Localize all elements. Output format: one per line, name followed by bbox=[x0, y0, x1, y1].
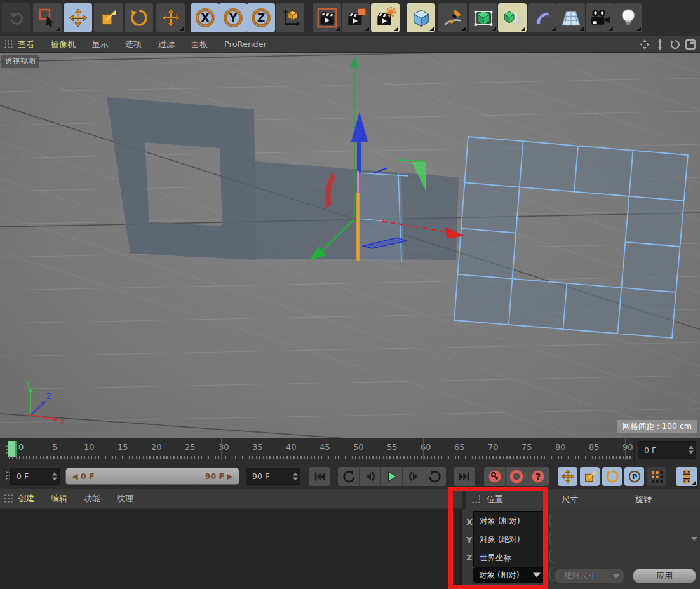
camera-icon[interactable] bbox=[586, 3, 614, 32]
current-frame-marker[interactable] bbox=[8, 441, 17, 457]
gizmo-y-shaft[interactable] bbox=[357, 140, 361, 173]
spinner-icon[interactable] bbox=[689, 446, 694, 454]
previous-frame-button[interactable] bbox=[360, 467, 381, 486]
material-manager-panel[interactable] bbox=[0, 509, 459, 589]
panel-grip-icon[interactable] bbox=[4, 39, 13, 50]
next-frame-button[interactable] bbox=[403, 467, 424, 486]
last-used-tool-move-icon[interactable] bbox=[156, 3, 185, 32]
array-instance-icon[interactable] bbox=[498, 3, 527, 32]
input-field-edge bbox=[549, 550, 555, 563]
coordinate-system-icon[interactable] bbox=[276, 3, 304, 32]
input-field-edge bbox=[549, 514, 555, 527]
view-label[interactable]: 透视视图 bbox=[1, 55, 39, 68]
timeline-ruler[interactable]: 0 5 10 15 20 25 30 35 40 45 50 55 60 65 … bbox=[0, 438, 700, 463]
spline-pen-icon[interactable] bbox=[438, 3, 467, 32]
menu-view[interactable]: 查看 bbox=[18, 39, 34, 50]
maximize-view-icon[interactable] bbox=[685, 39, 696, 50]
menu-prorender[interactable]: ProRender bbox=[224, 39, 267, 49]
render-settings-icon[interactable] bbox=[371, 3, 400, 32]
svg-text:P: P bbox=[631, 473, 636, 481]
live-selection-tool-icon[interactable] bbox=[33, 3, 62, 32]
menu-filter[interactable]: 过滤 bbox=[158, 39, 175, 50]
grid-spacing-label: 网格间距 : 100 cm bbox=[617, 420, 697, 433]
main-toolbar: X Y Z bbox=[0, 0, 700, 36]
render-picture-viewer-icon[interactable] bbox=[342, 3, 370, 32]
go-to-start-button[interactable] bbox=[309, 467, 330, 486]
play-button[interactable] bbox=[381, 467, 403, 486]
materials-menubar: 创建 编辑 功能 纹理 位置 尺寸 旋转 bbox=[0, 489, 700, 509]
annotation-rectangle bbox=[448, 487, 548, 589]
ruler-tick-label: 55 bbox=[387, 442, 398, 452]
start-frame-field[interactable]: 0 F bbox=[10, 468, 60, 485]
ruler-ticks bbox=[9, 456, 631, 459]
render-view-icon[interactable] bbox=[313, 3, 341, 32]
rotate-tool-icon[interactable] bbox=[125, 3, 153, 32]
size-mode-combobox[interactable]: 绝对尺寸 bbox=[555, 569, 624, 583]
spinner-icon[interactable] bbox=[691, 537, 697, 541]
axis-indicator-x-label: X bbox=[60, 417, 65, 426]
menu-texture[interactable]: 纹理 bbox=[117, 493, 133, 504]
floor-environment-icon[interactable] bbox=[556, 3, 585, 32]
left-plane-object[interactable] bbox=[107, 97, 256, 260]
apply-button[interactable]: 应用 bbox=[633, 569, 696, 583]
record-scale-toggle[interactable] bbox=[580, 467, 600, 486]
cinema4d-window: X Y Z bbox=[0, 0, 700, 589]
right-plane-object[interactable] bbox=[454, 137, 688, 338]
menu-camera[interactable]: 摄像机 bbox=[51, 39, 76, 50]
spinner-icon[interactable] bbox=[293, 472, 298, 480]
playback-toolbar: 0 F ◀ 0 F 90 F ▶ 90 F ? bbox=[0, 463, 700, 489]
zoom-view-icon[interactable] bbox=[654, 39, 666, 50]
subdivision-surface-icon[interactable] bbox=[469, 3, 497, 32]
gizmo-y-arrow[interactable] bbox=[351, 112, 368, 142]
svg-text:X: X bbox=[201, 11, 209, 24]
ruler-marker-line bbox=[423, 438, 424, 460]
end-frame-field[interactable]: 90 F bbox=[246, 468, 300, 485]
viewport-controls bbox=[639, 39, 696, 50]
ruler-tick-label: 15 bbox=[118, 442, 128, 452]
ruler-tick-label: 35 bbox=[252, 442, 263, 452]
panel-grip-icon[interactable] bbox=[4, 494, 13, 504]
lock-z-axis-icon[interactable]: Z bbox=[246, 3, 275, 32]
ruler-tick-label: 10 bbox=[84, 442, 95, 452]
menu-create[interactable]: 创建 bbox=[18, 493, 34, 504]
point-level-animation-button[interactable] bbox=[676, 467, 697, 486]
pan-view-icon[interactable] bbox=[639, 39, 650, 50]
autokey-button[interactable] bbox=[506, 467, 527, 486]
deformer-icon[interactable] bbox=[528, 3, 557, 32]
move-tool-icon[interactable] bbox=[64, 3, 92, 32]
scale-tool-icon[interactable] bbox=[94, 3, 123, 32]
menu-options[interactable]: 选项 bbox=[125, 39, 142, 50]
next-key-button[interactable] bbox=[424, 467, 446, 486]
spinner-icon[interactable] bbox=[52, 472, 57, 480]
axis-indicator-y-label: Y bbox=[25, 380, 31, 389]
lock-x-axis-icon[interactable]: X bbox=[191, 3, 219, 32]
ruler-tick-label: 90 bbox=[623, 442, 633, 452]
go-to-end-button[interactable] bbox=[454, 467, 475, 486]
viewport-3d[interactable]: Y Z X 透视视图 网格间距 : 100 cm bbox=[0, 53, 700, 438]
menu-panel[interactable]: 面板 bbox=[191, 39, 208, 50]
record-rotation-toggle[interactable] bbox=[602, 467, 622, 486]
keyframe-selection-button[interactable]: ? bbox=[527, 467, 549, 486]
add-cube-icon[interactable] bbox=[407, 3, 435, 32]
ruler-tick-label: 60 bbox=[421, 442, 431, 452]
menu-function[interactable]: 功能 bbox=[84, 493, 100, 504]
ruler-separator bbox=[634, 438, 635, 463]
frame-number-field[interactable]: 0 F bbox=[638, 441, 696, 459]
record-position-toggle[interactable] bbox=[558, 467, 577, 486]
range-end-label: 90 F ▶ bbox=[205, 471, 233, 481]
menu-edit[interactable]: 编辑 bbox=[51, 493, 67, 504]
frame-range-slider[interactable]: ◀ 0 F 90 F ▶ bbox=[65, 468, 239, 485]
lock-y-axis-icon[interactable]: Y bbox=[219, 3, 247, 32]
undo-icon[interactable] bbox=[1, 3, 30, 32]
ruler-tick-label: 50 bbox=[353, 442, 364, 452]
input-field-edge bbox=[549, 567, 555, 581]
previous-key-button[interactable] bbox=[338, 467, 360, 486]
record-keyframe-button[interactable] bbox=[484, 467, 506, 486]
menu-display[interactable]: 显示 bbox=[92, 39, 109, 50]
light-icon[interactable] bbox=[614, 3, 642, 32]
connecting-strip[interactable] bbox=[254, 161, 459, 260]
record-parameter-toggle[interactable]: P bbox=[624, 467, 644, 486]
ruler-tick-label: 30 bbox=[219, 442, 229, 452]
rotate-view-icon[interactable] bbox=[670, 39, 681, 50]
keyframe-dots-button[interactable] bbox=[647, 467, 666, 486]
